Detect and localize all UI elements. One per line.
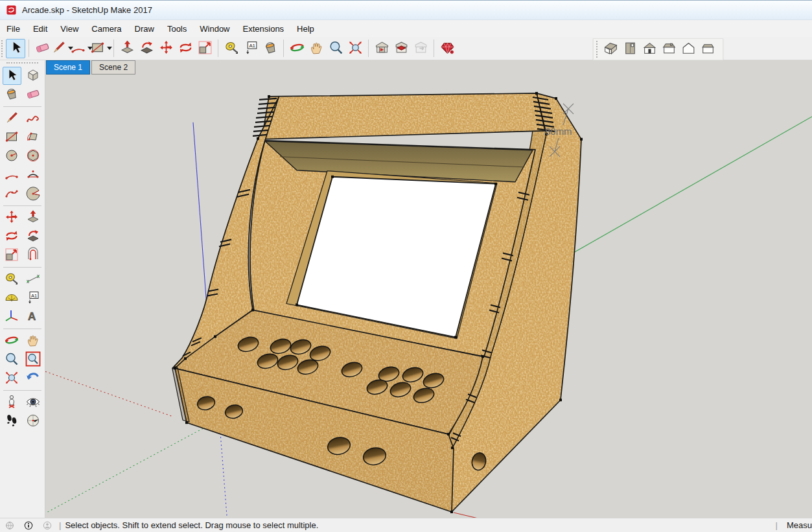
rectangle-button[interactable]: [91, 39, 110, 58]
menu-file[interactable]: File: [0, 21, 27, 36]
polygon-button[interactable]: [24, 147, 43, 165]
toolbar-grip[interactable]: [6, 62, 38, 65]
arc-icon: [4, 167, 19, 184]
dimension-button[interactable]: [24, 270, 43, 288]
orbit-icon: [289, 40, 305, 58]
two-point-arc-button[interactable]: [24, 166, 43, 184]
zoom-button[interactable]: [326, 39, 345, 58]
eraser-button[interactable]: [32, 39, 52, 58]
claim-credit-icon[interactable]: [42, 520, 52, 531]
push-pull-button[interactable]: [24, 209, 43, 227]
view-top-button[interactable]: [620, 40, 640, 59]
circle-button[interactable]: [3, 147, 21, 165]
menu-help[interactable]: Help: [290, 21, 321, 36]
tape-measure-button[interactable]: [3, 270, 21, 288]
tape-measure-button[interactable]: [222, 39, 241, 58]
zoom-extents-button[interactable]: [345, 39, 365, 58]
offset-button[interactable]: [24, 246, 43, 264]
axes-button[interactable]: [3, 308, 21, 326]
scale-button[interactable]: [195, 39, 215, 58]
eraser-button[interactable]: [24, 86, 43, 104]
scale-icon: [197, 40, 213, 58]
viewport[interactable]: 80mm Scene 1Scene 2: [45, 60, 812, 518]
freehand-button[interactable]: [24, 110, 43, 128]
walk-icon: [4, 413, 19, 430]
zoom-icon: [328, 40, 344, 58]
rotated-rectangle-button[interactable]: [24, 128, 43, 146]
protractor-button[interactable]: [3, 289, 21, 307]
share-model-icon: [393, 40, 410, 58]
view-iso-button[interactable]: [601, 40, 620, 59]
rotate-icon: [178, 40, 194, 58]
geolocation-icon[interactable]: [5, 520, 15, 531]
scene-tab-1[interactable]: Scene 1: [46, 60, 90, 75]
scale-button[interactable]: [3, 246, 21, 264]
zoom-extents-button[interactable]: [3, 369, 21, 387]
pan-button[interactable]: [307, 39, 326, 58]
menu-tools[interactable]: Tools: [161, 21, 193, 36]
menu-bar: FileEditViewCameraDrawToolsWindowExtensi…: [0, 20, 812, 37]
orbit-button[interactable]: [3, 332, 21, 350]
paint-bucket-button[interactable]: [3, 86, 21, 104]
follow-me-button[interactable]: [137, 39, 156, 58]
previous-button[interactable]: [24, 369, 43, 387]
section-plane-button[interactable]: [24, 412, 43, 430]
scene-tabs: Scene 1Scene 2: [46, 60, 137, 75]
rectangle-button[interactable]: [3, 128, 21, 146]
menu-edit[interactable]: Edit: [27, 21, 54, 36]
measurements-label: Measu: [787, 520, 812, 530]
orbit-button[interactable]: [287, 39, 307, 58]
share-model-button[interactable]: [391, 39, 411, 58]
menu-window[interactable]: Window: [193, 21, 236, 36]
dropdown-arrow-icon[interactable]: [107, 47, 112, 50]
look-around-button[interactable]: [24, 393, 43, 411]
extension-warehouse-button[interactable]: [437, 39, 457, 58]
share-component-button[interactable]: [411, 39, 430, 58]
model-scene[interactable]: 80mm: [45, 60, 812, 518]
dimension-label: 80mm: [545, 126, 572, 137]
pie-button[interactable]: [24, 185, 43, 203]
line-button[interactable]: [52, 39, 71, 58]
line-button[interactable]: [3, 110, 21, 128]
text-button[interactable]: A1: [241, 39, 261, 58]
view-front-button[interactable]: [640, 40, 659, 59]
3d-text-button[interactable]: A: [24, 308, 43, 326]
push-pull-button[interactable]: [117, 39, 137, 58]
rotate-button[interactable]: [176, 39, 195, 58]
arc-button[interactable]: [3, 166, 21, 184]
view-left-button[interactable]: [679, 40, 698, 59]
view-back-button[interactable]: [698, 40, 717, 59]
menu-view[interactable]: View: [54, 21, 85, 36]
menu-draw[interactable]: Draw: [128, 21, 161, 36]
scene-tab-2[interactable]: Scene 2: [91, 60, 135, 75]
text-button[interactable]: A1: [24, 289, 43, 307]
pan-button[interactable]: [24, 332, 43, 350]
get-models-button[interactable]: [372, 39, 391, 58]
orbit-icon: [4, 332, 19, 350]
zoom-button[interactable]: [3, 351, 21, 369]
credits-icon[interactable]: [23, 520, 34, 531]
arc-button[interactable]: [71, 39, 91, 58]
select-button[interactable]: [3, 67, 21, 85]
make-component-button[interactable]: [24, 67, 43, 85]
status-hint: Select objects. Shift to extend select. …: [65, 520, 771, 530]
toolbar-grip[interactable]: [1, 40, 3, 57]
move-button[interactable]: [3, 209, 21, 227]
title-bar: Arcade.skp - SketchUp Make 2017: [0, 1, 812, 20]
menu-extensions[interactable]: Extensions: [237, 21, 291, 36]
view-right-button[interactable]: [659, 40, 679, 59]
view-front-icon: [642, 40, 658, 58]
zoom-window-button[interactable]: [24, 351, 43, 369]
select-button[interactable]: [6, 39, 25, 58]
position-camera-button[interactable]: [3, 393, 21, 411]
paint-bucket-button[interactable]: [261, 39, 280, 58]
move-button[interactable]: [156, 39, 176, 58]
three-point-arc-button[interactable]: [3, 185, 21, 203]
walk-button[interactable]: [3, 412, 21, 430]
toolbar-grip[interactable]: [596, 41, 598, 58]
status-bar: | Select objects. Shift to extend select…: [0, 518, 812, 532]
top-board[interactable]: [262, 93, 545, 139]
rotate-button[interactable]: [3, 227, 21, 246]
follow-me-button[interactable]: [24, 227, 43, 246]
menu-camera[interactable]: Camera: [85, 21, 128, 36]
